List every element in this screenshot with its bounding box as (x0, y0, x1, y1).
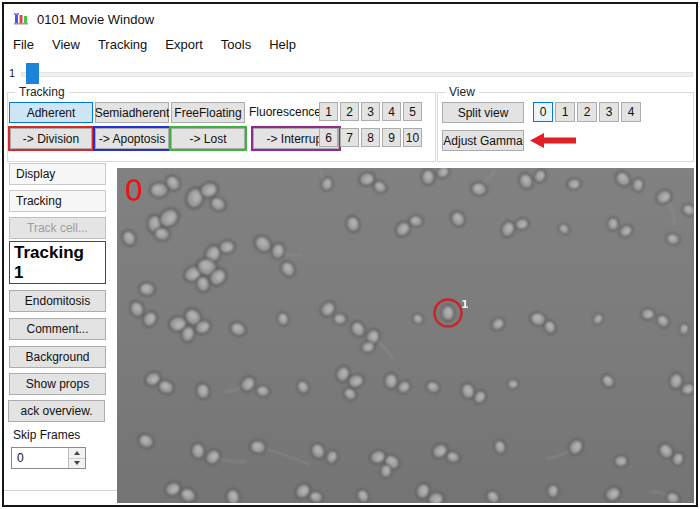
fluorescence-button-1[interactable]: 1 (319, 102, 338, 121)
fluorescence-button-7[interactable]: 7 (340, 128, 359, 147)
menu-bar: File View Tracking Export Tools Help (4, 35, 305, 55)
up-arrow-icon (74, 451, 80, 455)
endomitosis-button[interactable]: Endomitosis (9, 290, 106, 312)
tracking-status-box: Tracking 1 (9, 241, 106, 284)
red-arrow-shape (530, 133, 576, 148)
apoptosis-outline: -> Apoptosis (93, 126, 171, 151)
down-arrow-icon (74, 461, 80, 465)
window-title: 0101 Movie Window (37, 12, 154, 27)
view-button-0[interactable]: 0 (533, 102, 553, 122)
tracking-group: Tracking Adherent Semiadherent FreeFloat… (7, 92, 436, 162)
fluorescence-button-5[interactable]: 5 (403, 102, 422, 121)
lost-button[interactable]: -> Lost (171, 128, 245, 149)
fluorescence-button-2[interactable]: 2 (340, 102, 359, 121)
skip-frames-value[interactable]: 0 (12, 448, 68, 468)
menu-tools[interactable]: Tools (212, 35, 260, 55)
background-button[interactable]: Background (9, 346, 106, 368)
apoptosis-button[interactable]: -> Apoptosis (95, 128, 169, 149)
menu-help[interactable]: Help (260, 35, 305, 55)
view-button-4[interactable]: 4 (621, 102, 641, 122)
fluorescence-button-8[interactable]: 8 (361, 128, 380, 147)
menu-export[interactable]: Export (156, 35, 212, 55)
tracking-status-line1: Tracking (14, 243, 101, 263)
lost-outline: -> Lost (169, 126, 247, 151)
red-arrow-annotation-icon (530, 133, 576, 148)
sidebar-divider (4, 490, 117, 491)
frame-slider-handle[interactable] (26, 63, 39, 84)
stepper-down-button[interactable] (69, 458, 85, 469)
view-button-2[interactable]: 2 (577, 102, 597, 122)
track-cell-button[interactable]: Track cell... (9, 217, 106, 239)
title-bar: 0101 Movie Window (14, 10, 154, 28)
frame-number-overlay: 0 (124, 173, 143, 208)
tab-display[interactable]: Display (9, 163, 106, 185)
frame-slider: 1 (4, 60, 696, 86)
movie-viewport[interactable]: 1 0 (117, 168, 694, 503)
menu-file[interactable]: File (4, 35, 43, 55)
stepper-buttons (68, 448, 85, 468)
menu-view[interactable]: View (43, 35, 89, 55)
view-button-1[interactable]: 1 (555, 102, 575, 122)
track-overview-button[interactable]: ack overview. (8, 400, 105, 422)
view-group: View Split view 0 1 2 3 4 Adjust Gamma (437, 92, 694, 162)
movie-window: 0101 Movie Window File View Tracking Exp… (0, 0, 700, 509)
menu-tracking[interactable]: Tracking (89, 35, 156, 55)
view-group-label: View (445, 85, 479, 99)
comment-button[interactable]: Comment... (9, 318, 106, 340)
fluorescence-button-6[interactable]: 6 (319, 128, 338, 147)
fluorescence-button-3[interactable]: 3 (361, 102, 380, 121)
tracking-group-label: Tracking (15, 85, 69, 99)
freefloating-button[interactable]: FreeFloating (171, 102, 245, 123)
tracked-cell-label: 1 (461, 298, 469, 311)
stepper-up-button[interactable] (69, 448, 85, 458)
tracking-status-line2: 1 (14, 263, 101, 283)
show-props-button[interactable]: Show props (9, 373, 106, 395)
division-outline: -> Division (8, 126, 94, 151)
skip-frames-stepper: 0 (11, 447, 86, 469)
fluorescence-button-10[interactable]: 10 (403, 128, 422, 147)
frame-slider-value: 1 (9, 67, 15, 79)
frame-slider-track[interactable] (21, 72, 693, 77)
tab-tracking[interactable]: Tracking (9, 190, 106, 212)
semiadherent-button[interactable]: Semiadherent (95, 102, 169, 123)
skip-frames-label: Skip Frames (13, 428, 80, 442)
microscopy-image: 1 0 (117, 168, 694, 503)
fluorescence-label: Fluorescence: (249, 105, 324, 119)
fluorescence-button-4[interactable]: 4 (382, 102, 401, 121)
view-button-3[interactable]: 3 (599, 102, 619, 122)
fluorescence-button-9[interactable]: 9 (382, 128, 401, 147)
adjust-gamma-button[interactable]: Adjust Gamma (442, 130, 524, 151)
window-frame: 0101 Movie Window File View Tracking Exp… (2, 2, 698, 507)
division-button[interactable]: -> Division (10, 128, 92, 149)
app-icon (14, 11, 30, 27)
adherent-button[interactable]: Adherent (9, 102, 93, 123)
split-view-button[interactable]: Split view (442, 102, 524, 123)
